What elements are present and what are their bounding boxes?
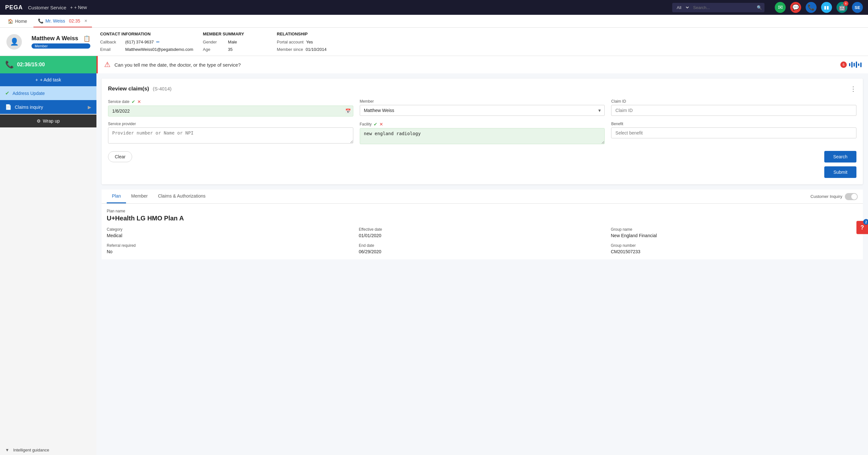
service-date-input-wrapper: 📅 <box>108 106 353 116</box>
portal-account-value: Yes <box>306 39 313 45</box>
search-button[interactable]: Search <box>824 151 857 163</box>
chat-message: Can you tell me the date, the doctor, or… <box>115 62 837 67</box>
more-options-icon[interactable]: ⋮ <box>850 85 857 93</box>
weiss-tab[interactable]: 📞 Mr. Weiss 02:35 ✕ <box>33 15 92 27</box>
group-name-group: Group name New England Financial <box>611 227 858 238</box>
pega-logo: PEGA <box>5 4 23 11</box>
service-date-group: Service date ✔ ✕ 📅 <box>108 99 353 116</box>
referral-required-value: No <box>107 249 353 254</box>
member-since-label: Member since <box>277 47 303 52</box>
battery-icon-btn[interactable]: ▮▮ <box>821 2 832 13</box>
end-date-label: End date <box>359 243 606 248</box>
service-date-input[interactable] <box>108 106 353 116</box>
claim-id-input[interactable] <box>611 105 857 116</box>
user-avatar-btn[interactable]: SE <box>852 2 863 13</box>
new-button[interactable]: + + New <box>70 5 87 10</box>
service-date-check-icon: ✔ <box>131 99 135 104</box>
portal-account-label: Portal account <box>277 39 304 45</box>
email-value: MatthewWeiss01@pegatsdemo.com <box>125 47 193 52</box>
effective-date-value: 01/01/2020 <box>359 233 606 238</box>
intelligent-guidance-label: Intelligent guidance <box>13 448 49 452</box>
nav-icons: ✉ 💬 📞 ▮▮ 🤖 6 SE <box>775 2 863 13</box>
tab-claims-authorizations[interactable]: Claims & Authorizations <box>153 190 211 203</box>
plan-section: Plan Member Claims & Authorizations Cust… <box>101 190 863 259</box>
sw-bar-6 <box>860 62 862 67</box>
member-label: Member <box>360 99 605 104</box>
search-scope-select[interactable]: All <box>672 3 690 12</box>
relationship-section: RELATIONSHIP Portal account Yes Member s… <box>277 31 341 52</box>
age-value: 35 <box>228 47 232 52</box>
age-row: Age 35 <box>203 47 267 52</box>
claim-id-group: Claim ID <box>611 99 857 116</box>
search-input[interactable] <box>690 3 754 12</box>
plus-icon: + <box>35 77 38 82</box>
app-name: Customer Service <box>28 5 66 10</box>
sidebar-item-claims-inquiry[interactable]: 📄 Claims inquiry ▶ <box>0 100 96 114</box>
group-number-label: Group number <box>611 243 858 248</box>
plan-details-grid: Category Medical Effective date 01/01/20… <box>107 227 858 254</box>
home-tab-label: Home <box>15 19 27 24</box>
wrap-icon: ⚙ <box>37 118 41 123</box>
active-tab-time: 02:35 <box>69 18 81 24</box>
claim-id-label: Claim ID <box>611 99 857 104</box>
intelligent-guidance-section[interactable]: ▼ Intelligent guidance <box>0 445 96 455</box>
gender-row: Gender Male <box>203 39 267 45</box>
service-date-label: Service date ✔ ✕ <box>108 99 353 104</box>
chat-icon-btn[interactable]: 💬 <box>790 2 801 13</box>
member-input[interactable] <box>360 105 605 116</box>
sw-bar-3 <box>854 63 855 66</box>
benefit-group: Benefit <box>611 122 857 144</box>
wrap-up-button[interactable]: ⚙ Wrap up <box>0 115 96 127</box>
benefit-input[interactable] <box>611 127 857 138</box>
member-since-row: Member since 01/10/2014 <box>277 47 341 52</box>
calendar-icon[interactable]: 📅 <box>345 109 351 114</box>
bot-icon-btn[interactable]: 🤖 6 <box>837 2 847 13</box>
sidebar-item-address-update[interactable]: ✔ Address Update <box>0 86 96 100</box>
email-row: Email MatthewWeiss01@pegatsdemo.com <box>100 47 193 52</box>
phone-green-icon: 📞 <box>5 60 14 69</box>
facility-input[interactable]: new england radiology <box>360 128 605 144</box>
new-label: + New <box>74 5 87 10</box>
timer-value: 02:36/15:00 <box>17 62 45 67</box>
portal-account-row: Portal account Yes <box>277 39 341 45</box>
customer-inquiry-row: Customer Inquiry <box>810 193 858 200</box>
review-card-header: Review claim(s) (S-4014) ⋮ <box>108 85 857 93</box>
effective-date-label: Effective date <box>359 227 606 232</box>
chevron-down-icon: ▼ <box>5 448 9 452</box>
doc-icon[interactable]: 📋 <box>83 35 90 42</box>
submit-area: Submit <box>108 166 857 178</box>
help-badge: 2 <box>863 219 868 225</box>
add-task-button[interactable]: + + Add task <box>0 74 96 86</box>
customer-inquiry-toggle[interactable] <box>845 193 858 200</box>
close-tab-icon[interactable]: ✕ <box>84 19 88 23</box>
service-provider-input-wrapper <box>108 127 353 144</box>
facility-check-icon: ✔ <box>374 122 377 127</box>
wrap-up-label: Wrap up <box>43 118 60 123</box>
help-button[interactable]: 2 ? <box>857 221 868 234</box>
callback-row: Callback (617) 374-9637 ✏ <box>100 39 193 45</box>
email-icon-btn[interactable]: ✉ <box>775 2 786 13</box>
submit-button[interactable]: Submit <box>824 166 857 178</box>
clear-button[interactable]: Clear <box>108 151 132 162</box>
check-icon: ✔ <box>5 90 9 96</box>
home-tab[interactable]: 🏠 Home <box>4 19 31 24</box>
tab-bar: 🏠 Home 📞 Mr. Weiss 02:35 ✕ <box>0 15 868 28</box>
arrow-right-icon: ▶ <box>88 105 91 110</box>
edit-phone-icon[interactable]: ✏ <box>156 39 160 45</box>
service-provider-input[interactable] <box>108 127 353 143</box>
contact-title: CONTACT INFORMATION <box>100 31 193 36</box>
facility-label: Facility ✔ ✕ <box>360 122 605 127</box>
phone-icon-btn[interactable]: 📞 <box>806 2 816 13</box>
service-provider-group: Service provider <box>108 122 353 144</box>
tab-plan[interactable]: Plan <box>107 190 126 203</box>
member-name-area: Matthew A Weiss 📋 Member <box>31 35 90 49</box>
effective-date-group: Effective date 01/01/2020 <box>359 227 606 238</box>
callback-value: (617) 374-9637 <box>125 39 154 45</box>
search-icon[interactable]: 🔍 <box>754 5 765 10</box>
member-summary-section: MEMBER SUMMARY Gender Male Age 35 <box>203 31 267 52</box>
facility-group: Facility ✔ ✕ new england radiology <box>360 122 605 144</box>
tab-member[interactable]: Member <box>126 190 153 203</box>
customer-inquiry-label: Customer Inquiry <box>810 194 842 199</box>
age-label: Age <box>203 47 225 52</box>
group-number-value: CM201507233 <box>611 249 858 254</box>
